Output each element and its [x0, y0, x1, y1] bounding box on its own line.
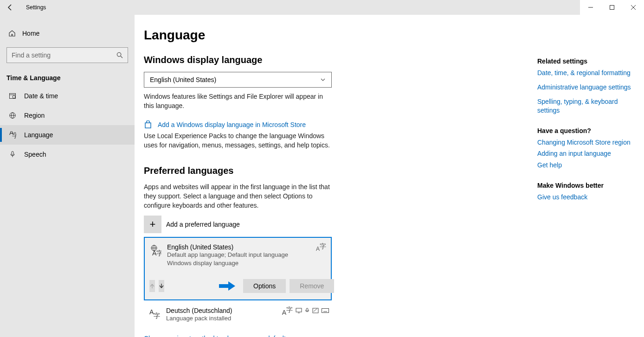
svg-rect-12 — [12, 152, 13, 155]
svg-point-2 — [117, 52, 121, 56]
remove-button[interactable]: Remove — [290, 279, 334, 293]
default-input-method-link[interactable]: Choose an input method to always use as … — [144, 335, 524, 337]
microphone-icon — [305, 308, 309, 313]
language-card-deutsch[interactable]: A字 Deutsch (Deutschland) Language pack i… — [144, 302, 332, 323]
display-icon — [296, 308, 302, 313]
add-preferred-language-label: Add a preferred language — [166, 221, 240, 228]
window-controls — [580, 0, 644, 15]
sidebar: Home Time & Language Date & time Region … — [0, 15, 135, 337]
minimize-button[interactable] — [580, 0, 601, 15]
plus-icon: + — [144, 216, 161, 233]
move-up-button[interactable] — [149, 280, 155, 292]
svg-rect-19 — [219, 284, 228, 288]
related-link[interactable]: Administrative language settings — [537, 83, 639, 92]
globe-icon — [8, 112, 17, 119]
language-subtitle-2: Windows display language — [167, 259, 288, 267]
language-subtitle-1: Language pack installed — [166, 314, 232, 323]
microphone-icon — [8, 151, 17, 158]
feedback-link[interactable]: Give us feedback — [537, 193, 639, 202]
make-windows-better-heading: Make Windows better — [537, 182, 639, 189]
maximize-button[interactable] — [601, 0, 623, 15]
svg-rect-26 — [322, 309, 329, 313]
close-button[interactable] — [623, 0, 644, 15]
chevron-down-icon — [320, 77, 326, 83]
move-down-button[interactable] — [159, 280, 164, 292]
annotation-arrow-icon — [219, 281, 236, 291]
svg-rect-24 — [306, 308, 308, 311]
svg-rect-1 — [610, 6, 614, 10]
sidebar-home-label: Home — [22, 30, 39, 37]
svg-text:字: 字 — [12, 132, 16, 139]
language-card-english[interactable]: A字 A字 English (United States) Default ap… — [144, 237, 332, 300]
page-title: Language — [144, 28, 524, 43]
language-subtitle-1: Default app language; Default input lang… — [167, 251, 288, 259]
related-link[interactable]: Date, time, & regional formatting — [537, 69, 639, 77]
language-globe-icon: A字 — [149, 243, 161, 267]
have-question-heading: Have a question? — [537, 127, 639, 134]
sidebar-item-label: Speech — [24, 151, 46, 158]
language-name: Deutsch (Deutschland) — [166, 307, 232, 314]
keyboard-icon — [322, 308, 329, 313]
options-button[interactable]: Options — [243, 279, 286, 293]
display-language-dropdown[interactable]: English (United States) — [144, 72, 332, 88]
language-az-icon: A字 — [8, 131, 17, 139]
display-language-value: English (United States) — [150, 76, 216, 83]
svg-text:字: 字 — [154, 312, 160, 319]
svg-rect-22 — [296, 308, 302, 312]
search-input[interactable] — [12, 51, 116, 59]
related-link[interactable]: Spelling, typing, & keyboard settings — [537, 97, 639, 115]
back-button[interactable] — [0, 0, 20, 15]
svg-line-3 — [121, 56, 122, 58]
sidebar-item-region[interactable]: Region — [0, 106, 135, 125]
translate-az-icon: A字 — [316, 242, 326, 252]
calendar-clock-icon — [8, 92, 17, 100]
sidebar-category: Time & Language — [0, 67, 135, 86]
sidebar-home[interactable]: Home — [0, 24, 135, 43]
sidebar-item-date-time[interactable]: Date & time — [0, 86, 135, 106]
svg-rect-14 — [145, 123, 151, 128]
sidebar-item-label: Language — [24, 131, 53, 139]
preferred-languages-desc: Apps and websites will appear in the fir… — [144, 183, 332, 210]
titlebar: Settings — [0, 0, 644, 15]
add-display-language-store-link[interactable]: Add a Windows display language in Micros… — [158, 121, 306, 128]
help-link[interactable]: Adding an input language — [537, 149, 639, 158]
language-name: English (United States) — [167, 243, 288, 251]
translate-icon: A字 — [282, 306, 293, 316]
sidebar-item-speech[interactable]: Speech — [0, 145, 135, 164]
capability-icons: A字 — [282, 306, 329, 316]
svg-rect-25 — [313, 308, 318, 313]
store-desc: Use Local Experience Packs to change the… — [144, 132, 332, 150]
search-input-wrap[interactable] — [6, 47, 128, 63]
handwriting-icon — [312, 308, 319, 313]
sidebar-item-language[interactable]: A字 Language — [0, 125, 135, 145]
sidebar-item-label: Region — [24, 112, 45, 119]
svg-point-6 — [13, 95, 15, 98]
search-icon — [116, 52, 123, 58]
display-language-desc: Windows features like Settings and File … — [144, 92, 332, 110]
store-icon — [144, 121, 152, 129]
display-language-heading: Windows display language — [144, 55, 524, 65]
right-rail: Related settings Date, time, & regional … — [537, 57, 639, 207]
sidebar-item-label: Date & time — [24, 92, 58, 100]
home-icon — [8, 30, 16, 37]
related-settings-heading: Related settings — [537, 57, 639, 65]
add-preferred-language[interactable]: + Add a preferred language — [144, 216, 524, 233]
window-title: Settings — [20, 4, 46, 11]
language-az-icon: A字 — [148, 307, 161, 323]
help-link[interactable]: Changing Microsoft Store region — [537, 138, 639, 147]
help-link[interactable]: Get help — [537, 161, 639, 170]
svg-text:A字: A字 — [152, 249, 161, 256]
preferred-languages-heading: Preferred languages — [144, 165, 524, 176]
